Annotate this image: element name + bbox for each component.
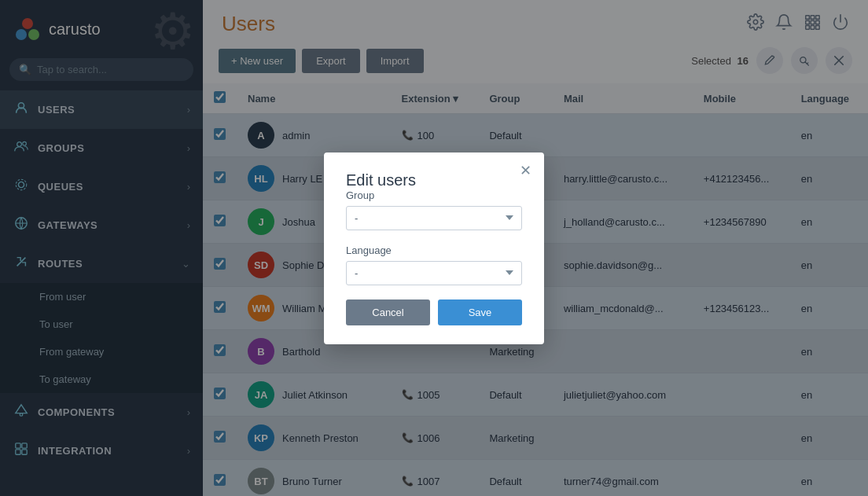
group-select[interactable]: - Default Marketing — [346, 206, 522, 230]
modal-title: Edit users — [346, 171, 416, 189]
edit-users-modal: Edit users ✕ Group - Default Marketing L… — [324, 152, 544, 344]
modal-actions: Cancel Save — [346, 299, 522, 325]
group-form-group: Group - Default Marketing — [346, 189, 522, 230]
save-button[interactable]: Save — [438, 299, 522, 325]
cancel-button[interactable]: Cancel — [346, 299, 430, 325]
modal-close-button[interactable]: ✕ — [520, 163, 531, 178]
language-form-group: Language - en fr de — [346, 244, 522, 285]
language-select[interactable]: - en fr de — [346, 261, 522, 285]
language-label: Language — [346, 244, 522, 256]
modal-overlay[interactable]: Edit users ✕ Group - Default Marketing L… — [0, 0, 868, 496]
group-label: Group — [346, 189, 522, 201]
